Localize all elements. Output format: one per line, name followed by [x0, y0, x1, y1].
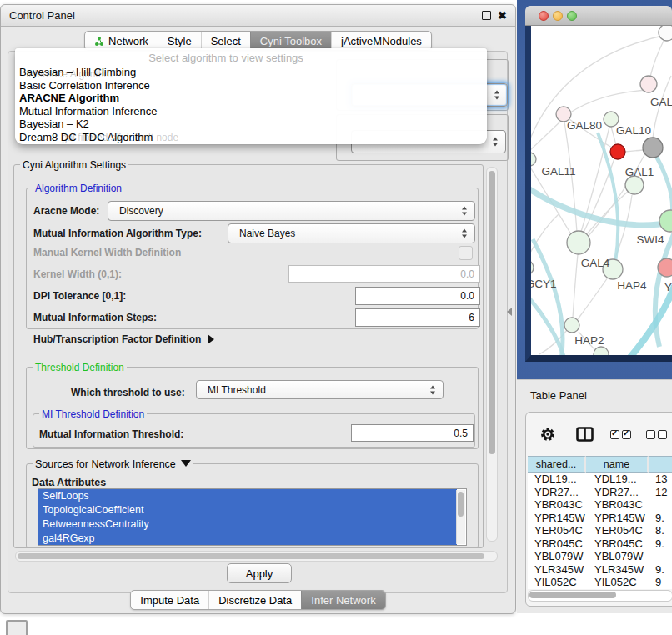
network-node-y[interactable] [658, 258, 672, 277]
attribute-item-topologicalcoefficient[interactable]: TopologicalCoefficient [38, 503, 457, 518]
algorithm-item-bayesian-hill-climbing[interactable]: Bayesian – Hill Climbing [19, 66, 483, 79]
column-header[interactable]: name [586, 456, 649, 472]
minimize-window-icon[interactable] [553, 11, 563, 21]
network-node-gal11[interactable] [531, 152, 536, 166]
checked-box-icon [610, 430, 619, 439]
table-row[interactable]: YIL052CYIL052C9 [528, 576, 672, 589]
tab-select[interactable]: Select [201, 32, 250, 50]
table-row[interactable]: YDR27...YDR27...12 [528, 486, 672, 499]
table-toolbar [526, 412, 672, 456]
data-attributes-items: SelfLoopsTopologicalCoefficientBetweenne… [38, 489, 466, 546]
manual-kernel-width-label: Manual Kernel Width Definition [33, 247, 181, 258]
algorithm-item-basic-correlation-inference[interactable]: Basic Correlation Inference [19, 79, 483, 92]
tab-cyni-toolbox[interactable]: Cyni Toolbox [250, 32, 331, 50]
network-canvas[interactable]: GALGAL80GAL10GAL1GAL11SWI4GAL4GCY1HAP4YH… [525, 26, 672, 362]
table-cell: YBL079W [528, 550, 586, 562]
collapse-down-icon[interactable] [181, 460, 191, 467]
table-cell: YLR345W [586, 563, 649, 576]
algorithm-item-dream8-dc-tdc-algorithm[interactable]: Dream8 DC_TDC Algorithm [19, 131, 483, 144]
network-node[interactable] [659, 26, 672, 41]
tab-network[interactable]: Network [85, 32, 158, 50]
tab-label: jActiveMNodules [341, 35, 422, 48]
network-node-gcy1[interactable] [531, 260, 534, 275]
network-node[interactable] [594, 347, 609, 355]
close-window-icon[interactable] [539, 11, 549, 21]
dpi-tolerance-input[interactable]: 0.0 [355, 287, 480, 305]
hub-transcription-factor-section[interactable]: Hub/Transcription Factor Definition [33, 333, 214, 345]
tab-impute-data[interactable]: Impute Data [131, 591, 208, 609]
expand-right-icon[interactable] [208, 334, 214, 344]
kernel-width-input[interactable]: 0.0 [288, 265, 480, 282]
aracne-mode-combobox[interactable]: Discovery [108, 201, 475, 221]
node-label-hap2: HAP2 [574, 334, 604, 347]
table-row[interactable]: YBR043CYBR043C [528, 498, 672, 512]
network-node-gal4[interactable] [567, 231, 590, 254]
table-row[interactable]: YER054CYER054C8. [528, 524, 672, 538]
tab-discretize-data[interactable]: Discretize Data [208, 591, 301, 609]
attribute-item-gal4rgexp[interactable]: gal4RGexp [38, 532, 457, 546]
mi-steps-input[interactable]: 6 [355, 308, 480, 327]
sources-label[interactable]: Sources for Network Inference [33, 458, 193, 470]
node-label-hap4: HAP4 [617, 279, 647, 292]
tab-label: Infer Network [311, 594, 375, 607]
mi-threshold-label: Mutual Information Threshold: [39, 428, 183, 440]
hub-transcription-factor-label: Hub/Transcription Factor Definition [33, 333, 201, 345]
table-cell: YDR27... [586, 486, 649, 498]
tab-jactivemnodules[interactable]: jActiveMNodules [331, 32, 431, 50]
settings-horizontal-scrollbar[interactable] [15, 551, 498, 562]
close-panel-icon[interactable]: ✖ [498, 12, 507, 20]
network-node-gal1[interactable] [625, 176, 644, 194]
tab-infer-network[interactable]: Infer Network [301, 591, 384, 609]
table-panel-title: Table Panel [530, 389, 587, 402]
table-panel-region: Table Panel [517, 379, 672, 613]
deselect-all-icon[interactable] [646, 430, 667, 439]
mi-algorithm-type-combobox[interactable]: Naive Bayes [228, 223, 475, 243]
float-panel-icon[interactable] [482, 11, 491, 20]
minimized-panel-button[interactable] [6, 620, 28, 635]
network-node-gal[interactable] [640, 76, 657, 92]
algorithm-item-aracne-algorithm[interactable]: ARACNE Algorithm [19, 92, 483, 105]
table-row[interactable]: YBR045CYBR045C9. [528, 538, 672, 551]
zoom-window-icon[interactable] [567, 11, 577, 21]
combo-arrows-icon [462, 207, 468, 216]
which-threshold-combobox[interactable]: MI Threshold [196, 380, 444, 399]
network-node-swi4[interactable] [659, 210, 672, 232]
network-node[interactable] [610, 144, 625, 159]
network-node[interactable] [643, 138, 663, 158]
apply-button[interactable]: Apply [227, 563, 292, 583]
data-attributes-list[interactable]: SelfLoopsTopologicalCoefficientBetweenne… [38, 488, 467, 546]
tab-style[interactable]: Style [158, 32, 201, 50]
attribute-item-selfloops[interactable]: SelfLoops [38, 489, 457, 503]
select-all-icon[interactable] [610, 430, 631, 439]
algorithm-item-mutual-information-inference[interactable]: Mutual Information Inference [19, 105, 483, 118]
network-window-titlebar[interactable] [525, 6, 672, 26]
table-row[interactable]: YDL19...YDL19...13 [528, 472, 672, 486]
scrollbar-thumb[interactable] [458, 492, 464, 517]
gear-icon[interactable] [539, 426, 556, 442]
scrollbar-thumb[interactable] [18, 553, 484, 559]
list-vertical-scrollbar[interactable] [456, 490, 465, 544]
table-cell: YIL052C [586, 576, 649, 588]
column-header[interactable] [649, 456, 672, 472]
scrollbar-thumb[interactable] [529, 592, 616, 598]
settings-vertical-scrollbar[interactable] [486, 167, 498, 542]
table-row[interactable]: YLR345WYLR345W9. [528, 563, 672, 577]
bottom-tab-bar: Impute DataDiscretize DataInfer Network [130, 590, 385, 610]
tab-label: Select [211, 35, 241, 48]
algorithm-item-bayesian-k2[interactable]: Bayesian – K2 [19, 118, 483, 131]
network-node-hap2[interactable] [564, 318, 579, 332]
scrollbar-thumb[interactable] [489, 171, 495, 454]
columns-icon[interactable] [576, 427, 594, 442]
table-horizontal-scrollbar[interactable] [528, 590, 672, 602]
table-row[interactable]: YPR145WYPR145W9. [528, 512, 672, 525]
network-desktop: GALGAL80GAL10GAL1GAL11SWI4GAL4GCY1HAP4YH… [517, 0, 672, 380]
node-label-gcy1: GCY1 [531, 278, 556, 290]
node-label-gal: GAL [650, 96, 672, 108]
mi-threshold-input[interactable]: 0.5 [351, 424, 474, 442]
attribute-item-betweennesscentrality[interactable]: BetweennessCentrality [38, 518, 457, 532]
manual-kernel-width-checkbox[interactable] [459, 246, 473, 260]
column-header[interactable]: shared... [528, 456, 586, 472]
split-pane-collapse-icon[interactable] [507, 308, 512, 316]
table-row[interactable]: YBL079WYBL079W [528, 550, 672, 563]
data-attributes-label: Data Attributes [32, 477, 106, 488]
